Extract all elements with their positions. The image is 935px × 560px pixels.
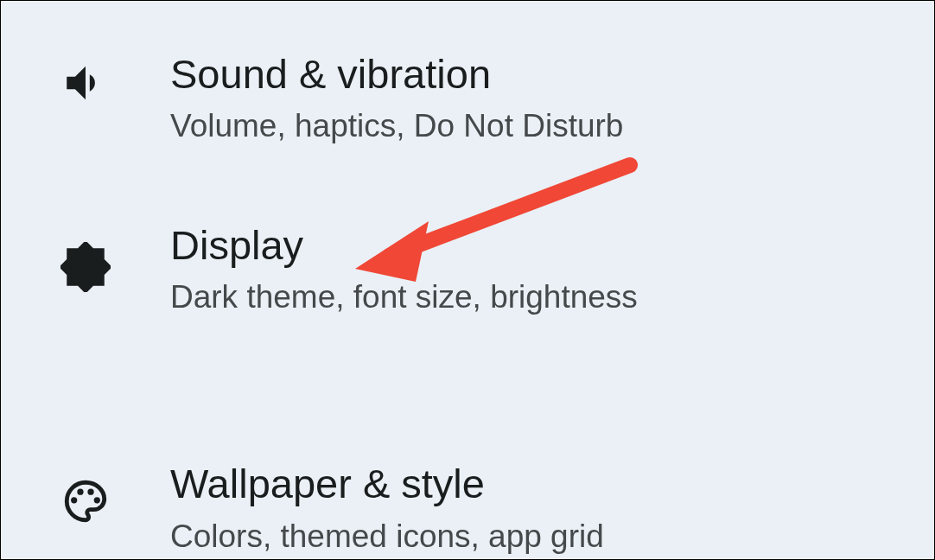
settings-item-title: Wallpaper & style	[170, 460, 604, 508]
volume-up-icon	[60, 58, 111, 111]
icon-wrapper	[1, 242, 170, 296]
svg-point-4	[94, 497, 100, 503]
palette-icon	[60, 476, 111, 530]
settings-item-wallpaper-style[interactable]: Wallpaper & style Colors, themed icons, …	[1, 367, 934, 557]
text-wrapper: Display Dark theme, font size, brightnes…	[170, 221, 655, 317]
svg-point-2	[77, 489, 83, 495]
svg-point-1	[71, 497, 77, 503]
settings-item-sound-vibration[interactable]: Sound & vibration Volume, haptics, Do No…	[1, 1, 934, 170]
settings-item-subtitle: Volume, haptics, Do Not Disturb	[170, 107, 623, 145]
icon-wrapper	[1, 25, 170, 111]
brightness-icon	[60, 242, 111, 296]
settings-item-subtitle: Dark theme, font size, brightness	[170, 278, 638, 316]
settings-item-subtitle: Colors, themed icons, app grid	[170, 518, 604, 556]
settings-item-title: Display	[170, 221, 638, 270]
svg-point-3	[87, 489, 93, 495]
settings-item-display[interactable]: Display Dark theme, font size, brightnes…	[1, 170, 934, 367]
text-wrapper: Wallpaper & style Colors, themed icons, …	[170, 460, 621, 556]
text-wrapper: Sound & vibration Volume, haptics, Do No…	[170, 50, 640, 146]
icon-wrapper	[1, 476, 170, 556]
settings-item-title: Sound & vibration	[170, 50, 623, 99]
